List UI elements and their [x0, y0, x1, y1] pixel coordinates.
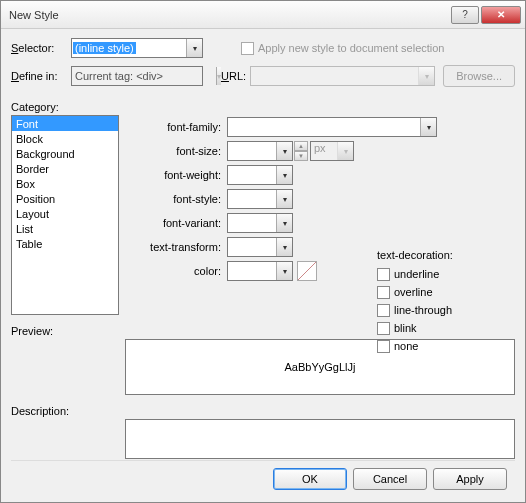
linethrough-checkbox[interactable] — [377, 304, 390, 317]
dialog-footer: OK Cancel Apply — [11, 460, 515, 496]
chevron-down-icon[interactable]: ▾ — [276, 190, 292, 208]
font-variant-label: font-variant: — [137, 217, 227, 229]
definein-combo: ▾ — [71, 66, 203, 86]
selector-value: (inline style) — [73, 42, 136, 54]
color-combo[interactable]: ▾ — [227, 261, 293, 281]
close-button[interactable]: ✕ — [481, 6, 521, 24]
font-size-label: font-size: — [137, 145, 227, 157]
description-label: Description: — [11, 405, 515, 417]
preview-sample: AaBbYyGgLlJj — [285, 361, 356, 373]
font-style-combo[interactable]: ▾ — [227, 189, 293, 209]
selector-label: Selector: — [11, 42, 71, 54]
description-box — [125, 419, 515, 459]
chevron-down-icon: ▾ — [418, 67, 434, 85]
category-item-block[interactable]: Block — [12, 131, 118, 146]
window-title: New Style — [9, 9, 449, 21]
category-item-table[interactable]: Table — [12, 236, 118, 251]
category-item-background[interactable]: Background — [12, 146, 118, 161]
category-label: Category: — [11, 101, 515, 113]
blink-checkbox[interactable] — [377, 322, 390, 335]
none-checkbox[interactable] — [377, 340, 390, 353]
text-decoration-label: text-decoration: — [377, 249, 497, 261]
browse-button: Browse... — [443, 65, 515, 87]
font-weight-label: font-weight: — [137, 169, 227, 181]
chevron-down-icon[interactable]: ▾ — [420, 118, 436, 136]
font-size-unit: px▾ — [310, 141, 354, 161]
color-swatch[interactable] — [297, 261, 317, 281]
category-item-layout[interactable]: Layout — [12, 206, 118, 221]
apply-checkbox: Apply new style to document selection — [241, 42, 445, 55]
chevron-down-icon[interactable]: ▾ — [276, 142, 292, 160]
font-family-label: font-family: — [137, 121, 227, 133]
text-transform-label: text-transform: — [137, 241, 227, 253]
font-style-label: font-style: — [137, 193, 227, 205]
category-item-position[interactable]: Position — [12, 191, 118, 206]
font-variant-combo[interactable]: ▾ — [227, 213, 293, 233]
chevron-down-icon[interactable]: ▾ — [276, 238, 292, 256]
font-size-spinner[interactable]: ▲▼ — [294, 141, 308, 161]
help-button[interactable]: ? — [451, 6, 479, 24]
color-label: color: — [137, 265, 227, 277]
font-family-combo[interactable]: ▾ — [227, 117, 437, 137]
underline-checkbox[interactable] — [377, 268, 390, 281]
category-list[interactable]: Font Block Background Border Box Positio… — [11, 115, 119, 315]
selector-combo[interactable]: (inline style) ▾ — [71, 38, 203, 58]
chevron-down-icon[interactable]: ▾ — [276, 166, 292, 184]
category-item-list[interactable]: List — [12, 221, 118, 236]
url-field: ▾ — [250, 66, 435, 86]
text-transform-combo[interactable]: ▾ — [227, 237, 293, 257]
chevron-down-icon[interactable]: ▾ — [276, 262, 292, 280]
apply-button[interactable]: Apply — [433, 468, 507, 490]
url-label: URL: — [221, 70, 246, 82]
category-item-border[interactable]: Border — [12, 161, 118, 176]
category-item-box[interactable]: Box — [12, 176, 118, 191]
font-weight-combo[interactable]: ▾ — [227, 165, 293, 185]
spinner-down-icon[interactable]: ▼ — [294, 151, 308, 161]
definein-label: Define in: — [11, 70, 71, 82]
definein-value — [72, 68, 216, 84]
chevron-down-icon: ▾ — [337, 142, 353, 160]
titlebar: New Style ? ✕ — [1, 1, 525, 29]
text-decoration-group: text-decoration: underline overline line… — [377, 249, 497, 355]
font-size-combo[interactable]: ▾ — [227, 141, 293, 161]
spinner-up-icon[interactable]: ▲ — [294, 141, 308, 151]
overline-checkbox[interactable] — [377, 286, 390, 299]
chevron-down-icon[interactable]: ▾ — [276, 214, 292, 232]
category-item-font[interactable]: Font — [12, 116, 118, 131]
checkbox-icon — [241, 42, 254, 55]
new-style-dialog: New Style ? ✕ Selector: (inline style) ▾… — [0, 0, 526, 503]
chevron-down-icon: ▾ — [216, 67, 221, 85]
cancel-button[interactable]: Cancel — [353, 468, 427, 490]
chevron-down-icon[interactable]: ▾ — [186, 39, 202, 57]
ok-button[interactable]: OK — [273, 468, 347, 490]
